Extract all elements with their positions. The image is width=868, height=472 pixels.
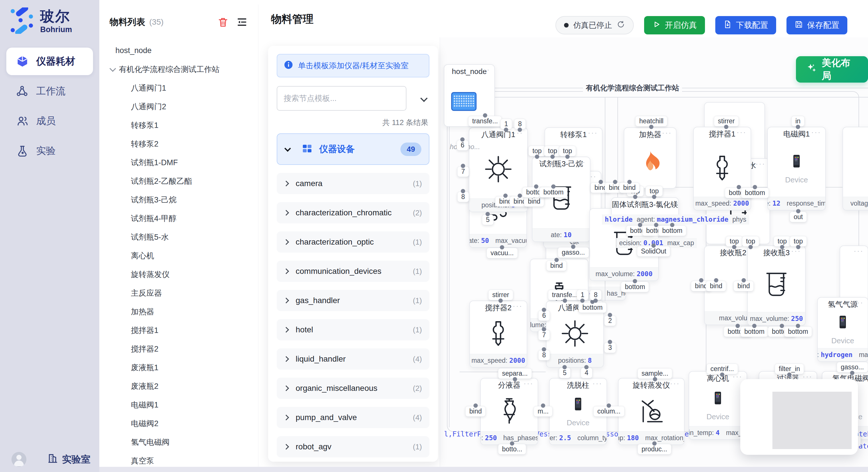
tree-item[interactable]: 废液瓶1: [99, 358, 258, 377]
port-chip-bottom[interactable]: bottom: [740, 326, 768, 337]
template-category-robot_agv[interactable]: robot_agv(1): [277, 436, 429, 458]
node-card[interactable]: voltage: 12: [842, 127, 868, 210]
port-chip-5[interactable]: 5: [559, 368, 570, 378]
port-chip-5[interactable]: 5: [482, 214, 494, 225]
node-旋转蒸发仪[interactable]: 旋转蒸发仪···temp: 180max_rotation_sp: [618, 378, 685, 445]
node-接收瓶3[interactable]: 接收瓶3···max_volume: 250: [747, 245, 806, 326]
template-search-input[interactable]: [277, 86, 406, 111]
port-chip-m[interactable]: m...: [534, 406, 553, 417]
tree-item[interactable]: 主反应器: [99, 283, 258, 302]
collapse-list-icon[interactable]: [236, 16, 248, 28]
port-chip-8[interactable]: 8: [590, 290, 601, 300]
port-chip-bottom[interactable]: bottom: [784, 326, 812, 337]
template-category-characterization_optic[interactable]: characterization_optic(1): [277, 231, 429, 252]
template-category-organic_miscellaneous[interactable]: organic_miscellaneous(2): [277, 378, 429, 399]
node-menu-icon[interactable]: ···: [592, 379, 602, 388]
port-chip-8[interactable]: 8: [538, 350, 550, 361]
port-chip-top[interactable]: top: [544, 146, 561, 156]
start-sim-button[interactable]: 开启仿真: [644, 16, 705, 34]
port-chip-stirrer[interactable]: stirrer: [488, 290, 513, 300]
port-chip-top[interactable]: top: [742, 236, 759, 247]
port-chip-2[interactable]: 2: [604, 315, 616, 326]
node-分液器[interactable]: 分液器···volume: 250has_phases: true: [480, 378, 538, 445]
port-chip-out[interactable]: out: [789, 212, 807, 222]
port-chip-stirrer[interactable]: stirrer: [714, 116, 739, 127]
port-chip-sample[interactable]: sample...: [638, 368, 672, 379]
port-chip-top[interactable]: top: [789, 236, 807, 247]
tree-item[interactable]: 八通阀门1: [99, 78, 258, 97]
port-chip-bottom[interactable]: bottom: [578, 302, 607, 313]
avatar[interactable]: [11, 452, 26, 467]
port-chip-transfe[interactable]: transfe...: [468, 116, 502, 127]
tree-item[interactable]: 搅拌器2: [99, 339, 258, 358]
tree-item[interactable]: 离心机: [99, 246, 258, 265]
port-chip-bind[interactable]: bind: [733, 281, 754, 291]
tree-item[interactable]: 电磁阀2: [99, 414, 258, 433]
tree-item[interactable]: 试剂瓶2-乙酸乙酯: [99, 172, 258, 191]
port-chip-8[interactable]: 8: [457, 192, 469, 202]
node-menu-icon[interactable]: ···: [480, 65, 490, 74]
tree-item[interactable]: 试剂瓶1-DMF: [99, 153, 258, 172]
port-chip-bottom[interactable]: bottom: [741, 188, 769, 198]
template-category-hotel[interactable]: hotel(1): [277, 319, 429, 340]
canvas[interactable]: 有机化学流程综合测试工作站host_node···八通阀门1···positio…: [440, 37, 868, 472]
node-离心机[interactable]: 离心机···Devicemin_temp: 4max_spe: [689, 371, 747, 440]
refresh-icon[interactable]: [617, 20, 625, 31]
node-menu-icon[interactable]: ···: [664, 198, 674, 207]
node-menu-icon[interactable]: ···: [524, 379, 534, 388]
tree-group-workstation[interactable]: 有机化学流程综合测试工作站: [99, 60, 258, 78]
tree-item[interactable]: 氢气电磁阀: [99, 433, 258, 451]
template-category-communication_devices[interactable]: communication_devices(1): [277, 261, 429, 282]
template-category-liquid_handler[interactable]: liquid_handler(4): [277, 348, 429, 370]
node-menu-icon[interactable]: ···: [513, 302, 523, 310]
port-chip-top[interactable]: top: [774, 236, 791, 247]
tree-item[interactable]: 电磁阀1: [99, 396, 258, 414]
port-chip-SolidOut[interactable]: SolidOut: [637, 246, 670, 257]
port-chip-3[interactable]: 3: [604, 342, 616, 353]
port-chip-bottom[interactable]: bottom: [539, 187, 567, 198]
download-config-button[interactable]: 下载配置: [715, 16, 776, 34]
tree-item[interactable]: 旋转蒸发仪: [99, 265, 258, 283]
port-chip-bind[interactable]: bind: [465, 406, 486, 417]
port-chip-separa[interactable]: separa...: [498, 368, 532, 379]
sidebar-item-instruments[interactable]: 仪器耗材: [6, 47, 93, 75]
node-加热器[interactable]: 加热器···: [624, 127, 677, 189]
trash-icon[interactable]: [217, 16, 229, 28]
tree-item[interactable]: 转移泵1: [99, 116, 258, 134]
port-chip-bottom[interactable]: bottom: [621, 281, 649, 292]
template-category-camera[interactable]: camera(1): [277, 173, 429, 194]
sidebar-item-workflow[interactable]: 工作流: [6, 77, 93, 105]
port-chip-1[interactable]: 1: [577, 290, 588, 300]
port-chip-top[interactable]: top: [646, 186, 663, 196]
tree-item[interactable]: 试剂瓶5-水: [99, 228, 258, 246]
tree-item[interactable]: 试剂瓶4-甲醇: [99, 209, 258, 228]
tree-item[interactable]: 试剂瓶3-己烷: [99, 191, 258, 209]
node-menu-icon[interactable]: ···: [670, 379, 680, 388]
save-config-button[interactable]: 保存配置: [786, 16, 847, 34]
port-chip-top[interactable]: top: [559, 146, 576, 156]
port-chip-bind[interactable]: bind: [524, 196, 544, 207]
node-menu-icon[interactable]: ···: [854, 247, 864, 256]
template-group-instruments[interactable]: 仪器设备 49: [277, 133, 429, 165]
port-chip-gasso[interactable]: gasso...: [837, 362, 868, 372]
node-氢气气源[interactable]: 氢气气源···Device_type: hydrogenmax_pre: [817, 297, 868, 362]
port-chip-7[interactable]: 7: [538, 330, 550, 340]
port-chip-8[interactable]: 8: [514, 119, 526, 129]
port-chip-gasso[interactable]: gasso...: [558, 247, 589, 258]
node-menu-icon[interactable]: ···: [854, 298, 864, 307]
port-chip-1[interactable]: 1: [500, 119, 512, 129]
port-chip-centrif[interactable]: centrif...: [706, 364, 738, 374]
tree-item[interactable]: 加热器: [99, 302, 258, 321]
port-chip-vacuu[interactable]: vacuu...: [487, 248, 518, 258]
port-chip-top[interactable]: top: [725, 236, 743, 247]
sidebar-item-members[interactable]: 成员: [6, 107, 93, 135]
port-chip-colum[interactable]: colum...: [593, 406, 625, 417]
tree-root-host-node[interactable]: host_node: [99, 41, 258, 60]
port-chip-filter_in[interactable]: filter_in: [775, 364, 804, 374]
port-chip-botto[interactable]: botto...: [498, 444, 526, 454]
port-chip-bind[interactable]: bind: [546, 260, 567, 271]
port-chip-bind[interactable]: bind: [706, 281, 726, 291]
collapse-search-chevron-icon[interactable]: [420, 95, 427, 102]
sidebar-item-lab[interactable]: 实验室: [47, 453, 90, 466]
template-category-pump_and_valve[interactable]: pump_and_valve(4): [277, 407, 429, 428]
